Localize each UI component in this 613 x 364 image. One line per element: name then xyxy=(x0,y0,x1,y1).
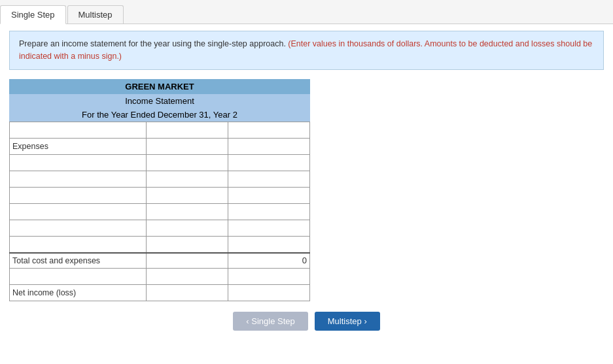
table-row: Expenses xyxy=(10,138,310,154)
net-income-row: Net income (loss) xyxy=(10,285,310,301)
data-table: Expenses xyxy=(9,122,310,302)
table-row xyxy=(10,269,310,285)
total-label: Total cost and expenses xyxy=(10,253,147,269)
right-cell-row7 xyxy=(228,236,309,253)
mid-input-blank[interactable] xyxy=(149,270,225,283)
label-cell-3 xyxy=(10,171,147,187)
table-period: For the Year Ended December 31, Year 2 xyxy=(9,108,310,122)
mid-input-row0[interactable] xyxy=(149,124,225,137)
net-income-mid-input[interactable] xyxy=(149,286,225,299)
mid-cell-row6 xyxy=(146,220,228,236)
mid-cell-row1 xyxy=(146,138,228,154)
table-row xyxy=(10,187,310,203)
table-row xyxy=(10,236,310,253)
label-cell xyxy=(10,122,147,138)
label-input-row6[interactable] xyxy=(12,222,143,235)
expenses-label: Expenses xyxy=(10,138,147,154)
total-mid xyxy=(146,253,228,269)
mid-cell-row3 xyxy=(146,171,228,187)
right-cell-row2 xyxy=(228,154,309,171)
right-cell-row0 xyxy=(228,122,309,138)
right-cell-row6 xyxy=(228,220,309,236)
table-row xyxy=(10,220,310,236)
mid-cell-row7 xyxy=(146,236,228,253)
net-income-mid xyxy=(146,285,228,301)
mid-cell-row2 xyxy=(146,154,228,171)
label-cell-7 xyxy=(10,236,147,253)
table-row xyxy=(10,203,310,220)
mid-input-row4[interactable] xyxy=(149,189,225,202)
label-input-row5[interactable] xyxy=(12,205,143,218)
right-cell-blank xyxy=(228,269,309,285)
tab-single-step[interactable]: Single Step xyxy=(0,5,66,24)
label-input-row0[interactable] xyxy=(12,124,143,137)
mid-input-row7[interactable] xyxy=(149,238,225,251)
table-row xyxy=(10,171,310,187)
right-input-row0[interactable] xyxy=(231,124,307,137)
mid-cell-row5 xyxy=(146,203,228,220)
tab-bar: Single Step Multistep xyxy=(0,0,613,24)
right-cell-row3 xyxy=(228,171,309,187)
instruction-text: Prepare an income statement for the year… xyxy=(19,39,286,48)
table-row xyxy=(10,122,310,138)
mid-input-row5[interactable] xyxy=(149,205,225,218)
mid-input-row6[interactable] xyxy=(149,222,225,235)
total-value: 0 xyxy=(228,253,309,269)
table-row xyxy=(10,154,310,171)
label-cell-blank xyxy=(10,269,147,285)
tab-multistep[interactable]: Multistep xyxy=(67,5,124,24)
prev-button[interactable]: Single Step xyxy=(233,312,307,331)
label-cell-5 xyxy=(10,203,147,220)
label-cell-6 xyxy=(10,220,147,236)
mid-input-row3[interactable] xyxy=(149,173,225,186)
mid-input-row1[interactable] xyxy=(149,140,225,153)
label-input-row7[interactable] xyxy=(12,238,143,251)
table-title: Income Statement xyxy=(9,94,310,108)
mid-cell-row4 xyxy=(146,187,228,203)
company-name: GREEN MARKET xyxy=(9,79,310,94)
mid-cell-blank xyxy=(146,269,228,285)
right-cell-row1 xyxy=(228,138,309,154)
next-button[interactable]: Multistep xyxy=(315,312,380,331)
mid-input-row2[interactable] xyxy=(149,156,225,169)
right-cell-row4 xyxy=(228,187,309,203)
mid-cell-row0 xyxy=(146,122,228,138)
net-income-right-input[interactable] xyxy=(231,286,307,299)
label-cell-2 xyxy=(10,154,147,171)
instruction-box: Prepare an income statement for the year… xyxy=(9,31,604,70)
income-statement-table: GREEN MARKET Income Statement For the Ye… xyxy=(9,79,310,302)
label-input-row4[interactable] xyxy=(12,189,143,202)
label-cell-4 xyxy=(10,187,147,203)
net-income-right xyxy=(228,285,309,301)
label-input-row3[interactable] xyxy=(12,173,143,186)
label-input-blank[interactable] xyxy=(12,270,143,283)
right-cell-row5 xyxy=(228,203,309,220)
net-income-label: Net income (loss) xyxy=(10,285,147,301)
label-input-row2[interactable] xyxy=(12,156,143,169)
nav-buttons: Single Step Multistep xyxy=(0,312,613,331)
total-row: Total cost and expenses 0 xyxy=(10,253,310,269)
